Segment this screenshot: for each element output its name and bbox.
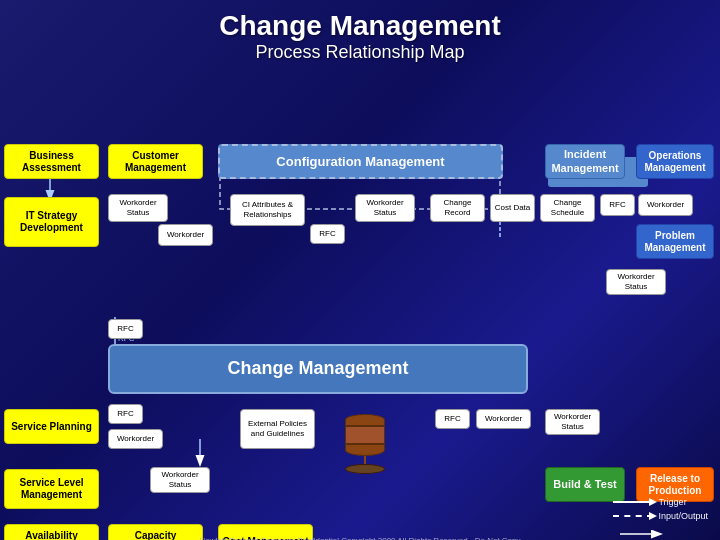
- change-management-main-box: Change Management: [108, 344, 528, 394]
- workorder-4-box: Workorder: [476, 409, 531, 429]
- external-policies-box: External Policies and Guidelines: [240, 409, 315, 449]
- workorder-3-box: Workorder: [108, 429, 163, 449]
- workorder-2-box: Workorder: [638, 194, 693, 216]
- rfc-5-box: RFC: [435, 409, 470, 429]
- input-output-label: Input/Output: [658, 511, 708, 521]
- change-schedule-box: Change Schedule: [540, 194, 595, 222]
- change-record-box: Change Record: [430, 194, 485, 222]
- trigger-label: Trigger: [658, 497, 686, 507]
- rfc-1-box: RFC: [310, 224, 345, 244]
- legend: Trigger Input/Output: [613, 497, 708, 521]
- rfc-4-box: RFC: [108, 404, 143, 424]
- page-subtitle: Process Relationship Map: [0, 42, 720, 63]
- workorder-status-5-box: Workorder Status: [150, 467, 210, 493]
- problem-management-box: Problem Management: [636, 224, 714, 259]
- cost-data-box: Cost Data: [490, 194, 535, 222]
- workorder-status-3-box: Workorder Status: [606, 269, 666, 295]
- operations-management-box: Operations Management: [636, 144, 714, 179]
- configuration-management-box: Configuration Management: [218, 144, 503, 179]
- rfc-3-box: RFC: [108, 319, 143, 339]
- it-strategy-development-box: IT Strategy Development: [4, 197, 99, 247]
- service-planning-box: Service Planning: [4, 409, 99, 444]
- service-level-management-box: Service Level Management: [4, 469, 99, 509]
- page-title: Change Management: [0, 10, 720, 42]
- customer-management-box: Customer Management: [108, 144, 203, 179]
- rfc-2-box: RFC: [600, 194, 635, 216]
- business-assessment-box: Business Assessment: [4, 144, 99, 179]
- workorder-status-1-box: Workorder Status: [108, 194, 168, 222]
- workorder-1-box: Workorder: [158, 224, 213, 246]
- workorder-status-2-box: Workorder Status: [355, 194, 415, 222]
- footer-text: Hewlett-Packard Company Confidential Cop…: [0, 536, 720, 540]
- workorder-status-4-box: Workorder Status: [545, 409, 600, 435]
- ci-attributes-box: CI Attributes & Relationships: [230, 194, 305, 226]
- incident-management-box: Incident Management: [545, 144, 625, 179]
